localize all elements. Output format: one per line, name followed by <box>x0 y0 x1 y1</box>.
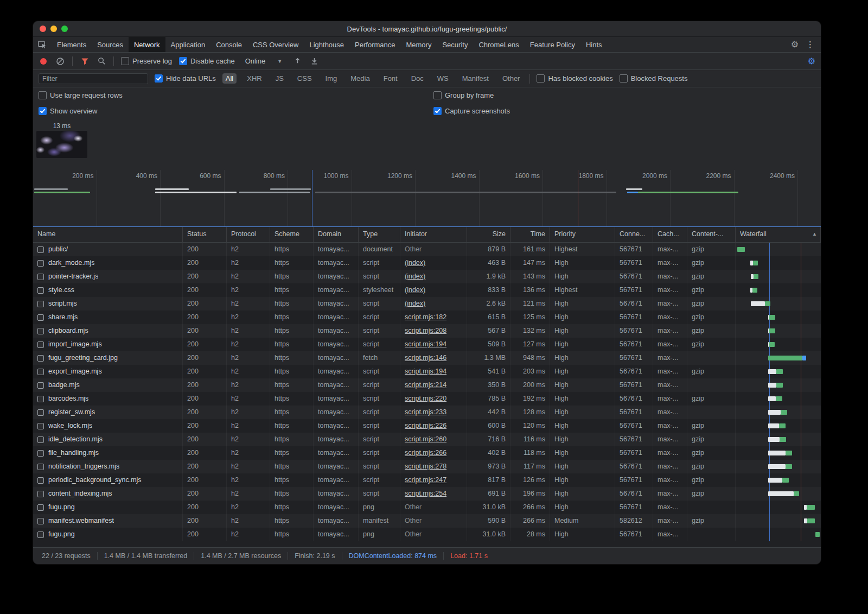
throttling-select[interactable]: Online ▼ <box>242 56 286 66</box>
has-blocked-cookies-checkbox[interactable]: Has blocked cookies <box>537 74 612 83</box>
type-filter-font[interactable]: Font <box>380 73 401 84</box>
initiator-link[interactable]: script.mjs:260 <box>405 435 446 443</box>
initiator-link[interactable]: script.mjs:247 <box>405 476 446 484</box>
tab-console[interactable]: Console <box>210 37 247 52</box>
initiator-link[interactable]: (index) <box>405 259 425 267</box>
more-options-icon[interactable]: ⋮ <box>806 40 814 49</box>
initiator-link[interactable]: (index) <box>405 300 425 307</box>
tab-lighthouse[interactable]: Lighthouse <box>304 37 349 52</box>
tab-application[interactable]: Application <box>165 37 211 52</box>
import-har-button[interactable] <box>292 56 302 66</box>
table-row[interactable]: register_sw.mjs200h2httpstomayac...scrip… <box>33 406 821 419</box>
tab-chromelens[interactable]: ChromeLens <box>473 37 524 52</box>
type-filter-media[interactable]: Media <box>347 73 373 84</box>
column-header-scheme[interactable]: Scheme <box>270 227 314 242</box>
record-button[interactable] <box>39 56 48 66</box>
tab-network[interactable]: Network <box>129 37 165 52</box>
table-row[interactable]: barcodes.mjs200h2httpstomayac...scriptsc… <box>33 392 821 406</box>
table-row[interactable]: share.mjs200h2httpstomayac...scriptscrip… <box>33 311 821 324</box>
column-header-time[interactable]: Time <box>510 227 550 242</box>
table-row[interactable]: periodic_background_sync.mjs200h2httpsto… <box>33 473 821 487</box>
table-row[interactable]: fugu_greeting_card.jpg200h2httpstomayac.… <box>33 351 821 365</box>
column-header-initiator[interactable]: Initiator <box>400 227 467 242</box>
zoom-window-button[interactable] <box>61 26 68 32</box>
tab-feature-policy[interactable]: Feature Policy <box>525 37 580 52</box>
show-overview-checkbox[interactable]: Show overview <box>39 107 97 115</box>
type-filter-doc[interactable]: Doc <box>408 73 427 84</box>
type-filter-all[interactable]: All <box>222 73 237 84</box>
use-large-request-rows-checkbox[interactable]: Use large request rows <box>39 91 123 99</box>
close-window-button[interactable] <box>40 26 46 32</box>
export-har-button[interactable] <box>309 56 319 66</box>
disable-cache-checkbox[interactable]: Disable cache <box>179 57 235 65</box>
initiator-link[interactable]: script.mjs:214 <box>405 381 446 389</box>
table-row[interactable]: clipboard.mjs200h2httpstomayac...scripts… <box>33 324 821 338</box>
initiator-link[interactable]: script.mjs:226 <box>405 422 446 429</box>
column-header-name[interactable]: Name <box>33 227 183 242</box>
type-filter-xhr[interactable]: XHR <box>244 73 265 84</box>
blocked-requests-checkbox[interactable]: Blocked Requests <box>620 74 688 83</box>
column-header-conne[interactable]: Conne... <box>615 227 653 242</box>
type-filter-js[interactable]: JS <box>272 73 287 84</box>
capture-screenshots-checkbox[interactable]: Capture screenshots <box>433 107 510 115</box>
search-button[interactable] <box>97 56 106 66</box>
table-row[interactable]: content_indexing.mjs200h2httpstomayac...… <box>33 487 821 501</box>
tab-security[interactable]: Security <box>437 37 473 52</box>
table-row[interactable]: badge.mjs200h2httpstomayac...scriptscrip… <box>33 378 821 392</box>
tab-sources[interactable]: Sources <box>92 37 129 52</box>
screenshot-thumbnail[interactable] <box>36 131 87 158</box>
timeline-overview[interactable]: 200 ms400 ms600 ms800 ms1000 ms1200 ms14… <box>33 170 821 226</box>
type-filter-css[interactable]: CSS <box>294 73 315 84</box>
table-row[interactable]: idle_detection.mjs200h2httpstomayac...sc… <box>33 433 821 446</box>
column-header-type[interactable]: Type <box>359 227 400 242</box>
type-filter-other[interactable]: Other <box>499 73 524 84</box>
column-header-status[interactable]: Status <box>183 227 227 242</box>
initiator-link[interactable]: script.mjs:266 <box>405 449 446 457</box>
table-row[interactable]: fugu.png200h2httpstomayac...pngOther31.0… <box>33 501 821 514</box>
table-row[interactable]: manifest.webmanifest200h2httpstomayac...… <box>33 514 821 528</box>
type-filter-manifest[interactable]: Manifest <box>459 73 492 84</box>
column-header-waterfall[interactable]: Waterfall▲ <box>736 227 821 242</box>
initiator-link[interactable]: script.mjs:194 <box>405 368 446 375</box>
column-header-priority[interactable]: Priority <box>550 227 615 242</box>
minimize-window-button[interactable] <box>50 26 57 32</box>
table-row[interactable]: notification_triggers.mjs200h2httpstomay… <box>33 460 821 473</box>
tab-css-overview[interactable]: CSS Overview <box>247 37 304 52</box>
initiator-link[interactable]: script.mjs:278 <box>405 463 446 470</box>
table-row[interactable]: wake_lock.mjs200h2httpstomayac...scripts… <box>33 419 821 433</box>
initiator-link[interactable]: script.mjs:146 <box>405 354 446 362</box>
initiator-link[interactable]: script.mjs:220 <box>405 395 446 402</box>
table-row[interactable]: import_image.mjs200h2httpstomayac...scri… <box>33 338 821 351</box>
column-header-size[interactable]: Size <box>467 227 510 242</box>
tab-performance[interactable]: Performance <box>349 37 400 52</box>
filter-input[interactable]: Filter <box>39 73 148 84</box>
initiator-link[interactable]: (index) <box>405 273 425 280</box>
initiator-link[interactable]: script.mjs:182 <box>405 313 446 321</box>
table-row[interactable]: style.css200h2httpstomayac...stylesheet(… <box>33 283 821 297</box>
column-header-protocol[interactable]: Protocol <box>227 227 270 242</box>
table-row[interactable]: script.mjs200h2httpstomayac...script(ind… <box>33 297 821 311</box>
tab-elements[interactable]: Elements <box>52 37 92 52</box>
group-by-frame-checkbox[interactable]: Group by frame <box>433 91 494 99</box>
clear-button[interactable] <box>55 56 65 66</box>
column-header-cach[interactable]: Cach... <box>653 227 687 242</box>
tab-memory[interactable]: Memory <box>400 37 437 52</box>
initiator-link[interactable]: script.mjs:208 <box>405 327 446 334</box>
initiator-link[interactable]: script.mjs:254 <box>405 490 446 497</box>
table-row[interactable]: fugu.png200h2httpstomayac...pngOther31.0… <box>33 528 821 541</box>
type-filter-img[interactable]: Img <box>322 73 341 84</box>
filter-toggle-button[interactable] <box>80 56 90 66</box>
initiator-link[interactable]: (index) <box>405 286 425 294</box>
table-row[interactable]: dark_mode.mjs200h2httpstomayac...script(… <box>33 256 821 270</box>
initiator-link[interactable]: script.mjs:194 <box>405 340 446 348</box>
settings-gear-icon[interactable]: ⚙ <box>791 40 799 49</box>
table-row[interactable]: pointer-tracker.js200h2httpstomayac...sc… <box>33 270 821 283</box>
preserve-log-checkbox[interactable]: Preserve log <box>121 57 172 65</box>
initiator-link[interactable]: script.mjs:233 <box>405 408 446 416</box>
column-header-content[interactable]: Content-... <box>687 227 736 242</box>
network-settings-gear-icon[interactable]: ⚙ <box>808 57 815 66</box>
tab-hints[interactable]: Hints <box>580 37 608 52</box>
type-filter-ws[interactable]: WS <box>434 73 452 84</box>
table-row[interactable]: public/200h2httpstomayac...documentOther… <box>33 243 821 256</box>
table-row[interactable]: file_handling.mjs200h2httpstomayac...scr… <box>33 446 821 460</box>
